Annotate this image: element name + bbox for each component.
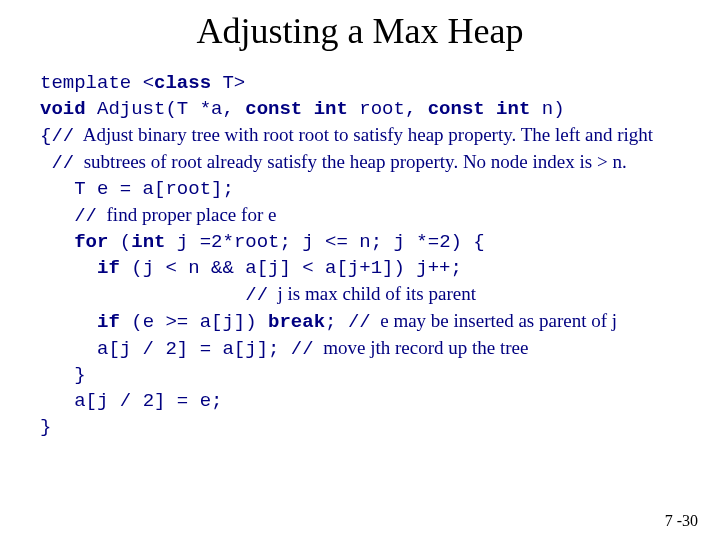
code-line: if (e >= a[j]) break; // e may be insert… xyxy=(40,308,690,335)
code-line: // j is max child of its parent xyxy=(40,281,690,308)
code-line: } xyxy=(40,414,690,440)
code-line: } xyxy=(40,362,690,388)
code-line: a[j / 2] = a[j]; // move jth record up t… xyxy=(40,335,690,362)
comment: j is max child of its parent xyxy=(268,283,476,304)
comment: e may be inserted as parent of j xyxy=(371,310,617,331)
code-line: T e = a[root]; xyxy=(40,176,690,202)
code-line: if (j < n && a[j] < a[j+1]) j++; xyxy=(40,255,690,281)
code-line: a[j / 2] = e; xyxy=(40,388,690,414)
comment: Adjust binary tree with root root to sat… xyxy=(74,124,653,145)
code-line: // subtrees of root already satisfy the … xyxy=(40,149,690,176)
code-line: {// Adjust binary tree with root root to… xyxy=(40,122,690,149)
page-title: Adjusting a Max Heap xyxy=(0,10,720,52)
code-line: // find proper place for e xyxy=(40,202,690,229)
code-line: template <class T> xyxy=(40,70,690,96)
comment: find proper place for e xyxy=(97,204,276,225)
comment: move jth record up the tree xyxy=(314,337,529,358)
code-line: for (int j =2*root; j <= n; j *=2) { xyxy=(40,229,690,255)
code-block: template <class T> void Adjust(T *a, con… xyxy=(0,70,720,440)
page-number: 7 -30 xyxy=(665,512,698,530)
comment: subtrees of root already satisfy the hea… xyxy=(74,151,626,172)
code-line: void Adjust(T *a, const int root, const … xyxy=(40,96,690,122)
